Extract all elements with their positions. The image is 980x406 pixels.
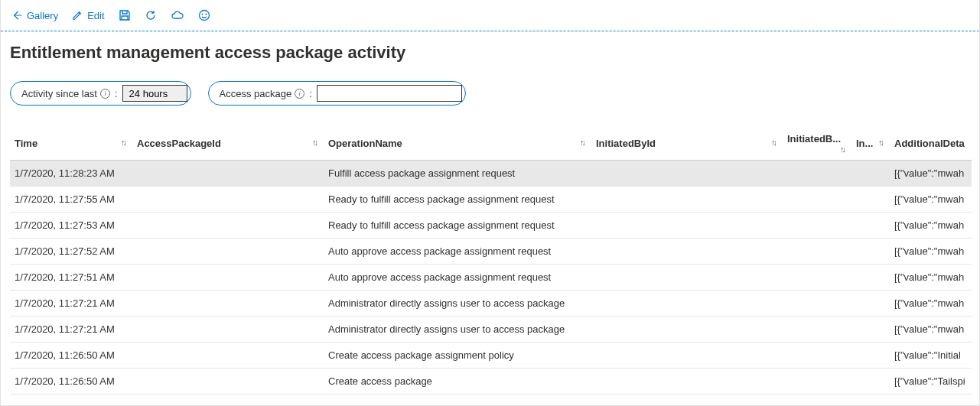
package-filter-select[interactable] — [317, 85, 462, 102]
cell-pkg — [132, 239, 324, 265]
cell-pkg — [132, 161, 324, 187]
cell-op: Ready to fulfill access package assignme… — [324, 187, 591, 213]
col-operationname[interactable]: OperationName↑↓ — [324, 127, 591, 161]
cell-pkg — [132, 265, 324, 291]
sort-icon[interactable]: ↑↓ — [771, 138, 775, 147]
cell-byid — [591, 317, 783, 343]
cell-byd — [783, 265, 851, 291]
activity-table: Time↑↓ AccessPackageId↑↓ OperationName↑↓… — [10, 127, 972, 395]
cell-in — [851, 369, 890, 395]
col-initiatedbydisplay[interactable]: InitiatedB...↑↓ — [783, 127, 851, 161]
cell-byid — [591, 369, 783, 395]
cell-add: [{"value":"mwah — [890, 161, 972, 187]
cloud-icon — [171, 9, 184, 21]
cell-op: Auto approve access package assignment r… — [324, 239, 591, 265]
cell-add: [{"value":"mwah — [890, 187, 972, 213]
table-row[interactable]: 1/7/2020, 11:26:50 AMCreate access packa… — [10, 369, 972, 395]
cell-in — [851, 265, 890, 291]
col-time[interactable]: Time↑↓ — [10, 127, 132, 161]
cell-time: 1/7/2020, 11:28:23 AM — [10, 161, 132, 187]
cell-add: [{"value":"mwah — [890, 213, 972, 239]
cell-byd — [783, 213, 851, 239]
cell-in — [851, 291, 890, 317]
cell-byid — [591, 265, 783, 291]
cell-add: [{"value":"mwah — [890, 317, 972, 343]
col-additionaldetails[interactable]: AdditionalDeta — [890, 127, 972, 161]
cell-in — [851, 317, 890, 343]
cell-add: [{"value":"Initial — [890, 343, 972, 369]
table-row[interactable]: 1/7/2020, 11:27:51 AMAuto approve access… — [10, 265, 972, 291]
table-row[interactable]: 1/7/2020, 11:27:21 AMAdministrator direc… — [10, 291, 972, 317]
cell-pkg — [132, 187, 324, 213]
cell-byid — [591, 343, 783, 369]
cell-byd — [783, 291, 851, 317]
col-accesspackageid[interactable]: AccessPackageId↑↓ — [132, 127, 324, 161]
cell-pkg — [132, 343, 324, 369]
cell-time: 1/7/2020, 11:27:21 AM — [10, 291, 132, 317]
cell-time: 1/7/2020, 11:27:21 AM — [10, 317, 132, 343]
col-initiatedbyid[interactable]: InitiatedById↑↓ — [591, 127, 783, 161]
refresh-button[interactable] — [145, 9, 157, 21]
activity-filter[interactable]: Activity since last i : 24 hours — [10, 81, 191, 106]
cell-byid — [591, 239, 783, 265]
gallery-link[interactable]: Gallery — [11, 10, 58, 21]
cell-byd — [783, 317, 851, 343]
cell-in — [851, 187, 890, 213]
table-row[interactable]: 1/7/2020, 11:26:50 AMCreate access packa… — [10, 343, 972, 369]
edit-label: Edit — [87, 10, 104, 21]
svg-point-0 — [199, 11, 209, 21]
table-row[interactable]: 1/7/2020, 11:27:21 AMAdministrator direc… — [10, 317, 972, 343]
cell-pkg — [132, 317, 324, 343]
cell-byid — [591, 161, 783, 187]
cell-time: 1/7/2020, 11:27:51 AM — [10, 265, 132, 291]
table-row[interactable]: 1/7/2020, 11:27:53 AMReady to fulfill ac… — [10, 213, 972, 239]
cell-time: 1/7/2020, 11:27:53 AM — [10, 213, 132, 239]
page-title: Entitlement management access package ac… — [10, 43, 972, 63]
activity-filter-select[interactable]: 24 hours — [122, 85, 187, 102]
sort-icon[interactable]: ↑↓ — [840, 145, 844, 154]
cell-op: Administrator directly assigns user to a… — [324, 317, 591, 343]
cell-op: Auto approve access package assignment r… — [324, 265, 591, 291]
cell-in — [851, 239, 890, 265]
toolbar: Gallery Edit — [1, 0, 979, 31]
table-row[interactable]: 1/7/2020, 11:28:23 AMFulfill access pack… — [10, 161, 972, 187]
cloud-button[interactable] — [171, 9, 184, 21]
info-icon[interactable]: i — [295, 89, 304, 99]
cell-byd — [783, 187, 851, 213]
save-button[interactable] — [119, 9, 131, 21]
cell-op: Ready to fulfill access package assignme… — [324, 213, 591, 239]
cell-byd — [783, 161, 851, 187]
edit-link[interactable]: Edit — [72, 10, 104, 21]
cell-op: Fulfill access package assignment reques… — [324, 161, 591, 187]
cell-time: 1/7/2020, 11:27:52 AM — [10, 239, 132, 265]
sort-icon[interactable]: ↑↓ — [312, 138, 316, 147]
sort-icon[interactable]: ↑↓ — [878, 138, 882, 147]
col-in[interactable]: In...↑↓ — [851, 127, 890, 161]
cell-add: [{"value":"mwah — [890, 239, 972, 265]
cell-time: 1/7/2020, 11:27:55 AM — [10, 187, 132, 213]
cell-add: [{"value":"mwah — [890, 265, 972, 291]
cell-op: Create access package assignment policy — [324, 343, 591, 369]
table-row[interactable]: 1/7/2020, 11:27:55 AMReady to fulfill ac… — [10, 187, 972, 213]
save-icon — [119, 9, 131, 21]
cell-in — [851, 343, 890, 369]
cell-pkg — [132, 369, 324, 395]
svg-point-1 — [202, 14, 203, 15]
cell-byid — [591, 213, 783, 239]
gallery-label: Gallery — [27, 10, 58, 21]
cell-op: Create access package — [324, 369, 591, 395]
cell-byd — [783, 239, 851, 265]
package-filter[interactable]: Access package i : — [208, 81, 466, 106]
filter-bar: Activity since last i : 24 hours Access … — [10, 81, 972, 106]
sort-icon[interactable]: ↑↓ — [580, 138, 584, 147]
info-icon[interactable]: i — [100, 89, 110, 99]
smiley-icon — [198, 9, 210, 21]
svg-point-2 — [206, 14, 207, 15]
sort-icon[interactable]: ↑↓ — [121, 138, 125, 147]
table-header-row: Time↑↓ AccessPackageId↑↓ OperationName↑↓… — [10, 127, 972, 161]
cell-add: [{"value":"mwah — [890, 291, 972, 317]
table-row[interactable]: 1/7/2020, 11:27:52 AMAuto approve access… — [10, 239, 972, 265]
cell-pkg — [132, 213, 324, 239]
cell-time: 1/7/2020, 11:26:50 AM — [10, 369, 132, 395]
feedback-button[interactable] — [198, 9, 210, 21]
